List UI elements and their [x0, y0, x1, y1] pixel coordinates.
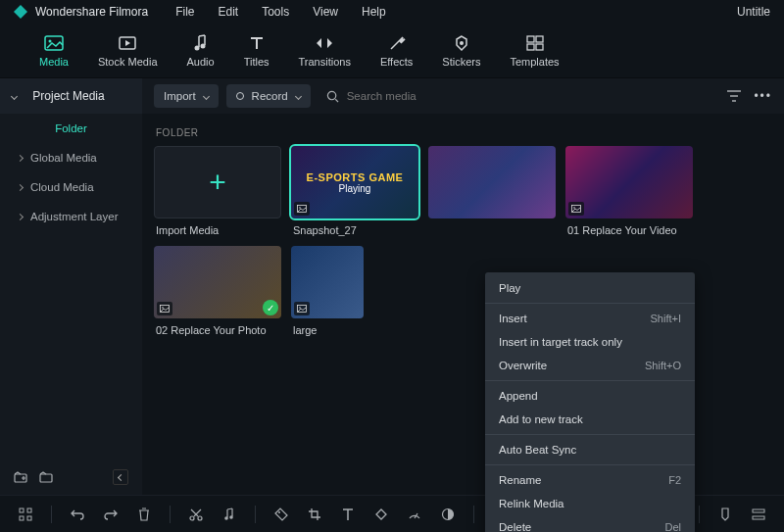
sidebar-item-label: Global Media [30, 152, 97, 164]
separator [699, 506, 700, 523]
sidebar-item-label: Folder [55, 122, 87, 134]
search-input[interactable] [347, 90, 719, 102]
svg-point-28 [224, 516, 228, 520]
media-thumb[interactable] [565, 146, 693, 218]
add-bin-icon[interactable] [14, 471, 27, 483]
media-item-replace-video[interactable]: 01 Replace Your Video [565, 146, 693, 236]
svg-rect-8 [536, 36, 543, 42]
chevron-down-icon [203, 92, 210, 99]
record-label: Record [252, 90, 288, 102]
menu-tools[interactable]: Tools [262, 5, 289, 19]
undo-icon[interactable] [70, 507, 85, 522]
track-icon[interactable] [751, 507, 766, 522]
tab-templates[interactable]: Templates [510, 34, 559, 68]
sidebar-header[interactable]: Project Media [0, 78, 142, 114]
grid-icon[interactable] [18, 507, 33, 522]
svg-rect-9 [527, 44, 534, 50]
keyframe-icon[interactable] [373, 507, 389, 522]
menu-view[interactable]: View [313, 5, 338, 19]
ctx-divider [485, 303, 695, 304]
sidebar-item-adjustment-layer[interactable]: Adjustment Layer [0, 202, 142, 231]
media-item-import[interactable]: + Import Media [154, 146, 281, 236]
redo-icon[interactable] [103, 507, 119, 522]
svg-rect-40 [753, 509, 764, 512]
svg-rect-12 [40, 474, 52, 482]
collapse-sidebar-button[interactable] [113, 469, 128, 485]
tag-icon[interactable] [273, 507, 289, 522]
ctx-relink-media[interactable]: Relink Media [485, 492, 695, 515]
record-dropdown[interactable]: Record [226, 84, 311, 108]
tab-transitions[interactable]: Transitions [299, 34, 351, 68]
ctx-overwrite[interactable]: OverwriteShift+O [485, 354, 695, 377]
sidebar-footer [0, 459, 142, 495]
svg-rect-23 [27, 508, 31, 512]
menu-edit[interactable]: Edit [219, 5, 239, 19]
ctx-insert-target[interactable]: Insert in target track only [485, 330, 695, 354]
ctx-auto-beat-sync[interactable]: Auto Beat Sync [485, 438, 695, 461]
ctx-divider [485, 464, 695, 465]
music-icon[interactable] [221, 507, 237, 522]
chevron-right-icon [17, 213, 24, 219]
ctx-append[interactable]: Append [485, 384, 695, 408]
ctx-add-new-track[interactable]: Add to new track [485, 408, 695, 431]
marker-icon[interactable] [717, 507, 733, 522]
tab-effects[interactable]: Effects [380, 34, 413, 68]
ctx-delete[interactable]: DeleteDel [485, 515, 695, 532]
media-item-snapshot[interactable]: E-SPORTS GAME Playing Snapshot_27 [291, 146, 418, 236]
app-logo-icon [14, 5, 27, 19]
tab-label: Stock Media [98, 56, 158, 68]
svg-rect-25 [27, 516, 31, 520]
filter-icon[interactable] [726, 89, 742, 103]
separator [51, 506, 52, 523]
media-thumb[interactable] [291, 246, 364, 318]
svg-point-13 [327, 91, 335, 99]
tab-audio[interactable]: Audio [187, 34, 215, 68]
ctx-insert[interactable]: InsertShift+I [485, 307, 695, 330]
media-thumb[interactable]: ✓ [154, 246, 281, 318]
image-badge-icon [157, 302, 172, 315]
svg-rect-7 [527, 36, 534, 42]
sidebar: Project Media Folder Global Media Cloud … [0, 78, 142, 495]
separator [255, 506, 256, 523]
sidebar-item-global-media[interactable]: Global Media [0, 143, 142, 172]
speed-icon[interactable] [407, 507, 422, 522]
sidebar-item-cloud-media[interactable]: Cloud Media [0, 172, 142, 202]
section-label: FOLDER [142, 114, 784, 146]
import-thumb[interactable]: + [154, 146, 281, 218]
sidebar-item-folder[interactable]: Folder [0, 114, 142, 143]
chevron-right-icon [17, 183, 24, 190]
media-item-large[interactable]: large [291, 246, 418, 336]
import-dropdown[interactable]: Import [154, 84, 219, 108]
ctx-divider [485, 380, 695, 381]
media-thumb[interactable]: E-SPORTS GAME Playing [291, 146, 418, 218]
plus-icon: + [209, 166, 226, 199]
chevron-left-icon [117, 473, 123, 480]
text-icon[interactable] [340, 507, 356, 522]
tab-stickers[interactable]: Stickers [442, 34, 480, 68]
color-icon[interactable] [440, 507, 456, 522]
tab-label: Audio [187, 56, 215, 68]
crop-icon[interactable] [307, 507, 322, 522]
media-thumb[interactable] [428, 146, 556, 218]
ctx-play[interactable]: Play [485, 276, 695, 300]
cut-icon[interactable] [188, 507, 204, 522]
menu-help[interactable]: Help [362, 5, 386, 19]
svg-point-17 [573, 207, 575, 209]
image-badge-icon [294, 302, 310, 315]
svg-point-5 [200, 43, 205, 48]
tab-stock-media[interactable]: Stock Media [98, 34, 158, 68]
menu-file[interactable]: File [175, 5, 194, 19]
tab-titles[interactable]: Titles [244, 34, 270, 68]
media-item-replace-photo[interactable]: ✓ 02 Replace Your Photo [154, 246, 281, 336]
record-icon [236, 92, 244, 100]
ctx-rename[interactable]: RenameF2 [485, 468, 695, 492]
tab-media[interactable]: Media [39, 34, 69, 68]
titles-icon [247, 34, 267, 52]
delete-icon[interactable] [136, 507, 152, 522]
more-icon[interactable]: ••• [754, 89, 772, 103]
folder-icon[interactable] [39, 471, 53, 483]
media-item-streamer[interactable] [428, 146, 556, 236]
image-badge-icon [568, 202, 584, 216]
image-badge-icon [294, 202, 310, 216]
svg-point-4 [194, 45, 199, 50]
